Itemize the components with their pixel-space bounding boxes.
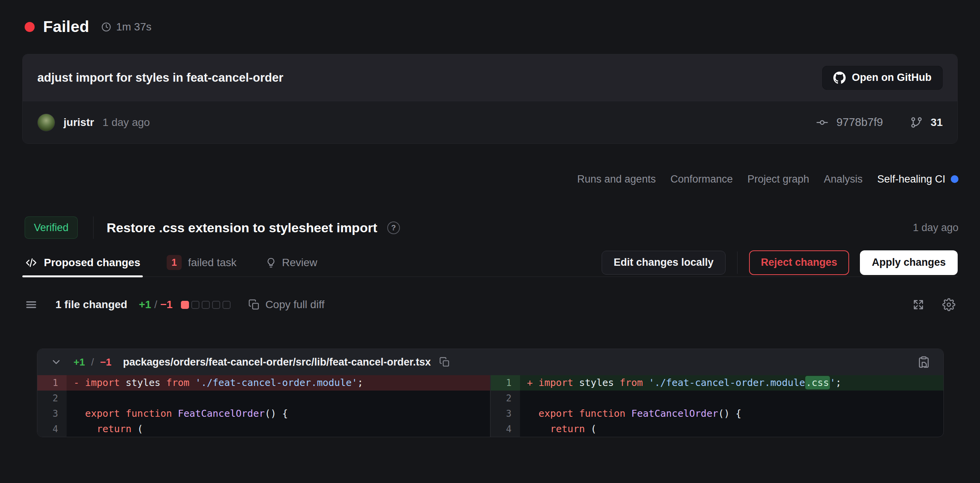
line-number: 4: [491, 421, 520, 437]
code-line: [520, 391, 943, 406]
github-button-label: Open on GitHub: [852, 72, 932, 84]
code-line: return (: [67, 421, 490, 437]
copy-full-diff-label: Copy full diff: [265, 299, 324, 311]
reject-changes-button[interactable]: Reject changes: [749, 250, 849, 275]
diff-stat-square: [222, 301, 231, 309]
failed-status-icon: [25, 22, 35, 32]
branch-count[interactable]: 31: [931, 116, 943, 129]
diff-file-header: +1 / −1 packages/orders/feat-cancel-orde…: [37, 349, 943, 375]
status-label: Failed: [43, 18, 89, 36]
diff-toolbar-right: [912, 298, 955, 311]
tab-review[interactable]: Review: [265, 248, 318, 277]
diff-stat-square: [191, 301, 199, 309]
diff-line: 2: [37, 391, 490, 406]
avatar[interactable]: [37, 114, 55, 131]
author-name[interactable]: juristr: [64, 116, 94, 129]
commit-card-header: adjust import for styles in feat-cancel-…: [23, 54, 957, 101]
line-number: 4: [37, 421, 67, 437]
file-list-menu-icon[interactable]: [25, 298, 38, 311]
duration-text: 1m 37s: [116, 21, 152, 33]
diff-toolbar: 1 file changed +1 / −1 Copy full diff: [25, 293, 955, 316]
tab-label: Review: [282, 257, 318, 269]
gear-icon[interactable]: [942, 298, 955, 311]
tab-proposed-changes[interactable]: Proposed changes: [22, 248, 143, 277]
action-buttons: Edit changes locally Reject changes Appl…: [602, 250, 958, 275]
copy-full-diff-button[interactable]: Copy full diff: [248, 299, 324, 311]
divider: [737, 252, 738, 274]
diff-panel: +1 / −1 packages/orders/feat-cancel-orde…: [37, 349, 944, 437]
divider: [93, 216, 94, 239]
tab-failed-task[interactable]: 1 failed task: [167, 248, 237, 277]
nav-item-project-graph[interactable]: Project graph: [748, 173, 809, 185]
status-header: Failed 1m 37s: [25, 18, 152, 36]
nav-item-analysis[interactable]: Analysis: [824, 173, 863, 185]
diff-line: 4 return (: [491, 421, 943, 437]
line-number: 1: [37, 375, 67, 391]
fix-time: 1 day ago: [913, 222, 958, 234]
fix-title: Restore .css extension to stylesheet imp…: [107, 220, 377, 235]
diff-body: 1- import styles from './feat-cancel-ord…: [37, 375, 943, 437]
clipboard-icon[interactable]: [917, 356, 930, 369]
line-number: 1: [491, 375, 520, 391]
edit-changes-locally-button[interactable]: Edit changes locally: [602, 251, 726, 275]
failed-count-badge: 1: [167, 255, 182, 270]
diff-line: 2: [491, 391, 943, 406]
additions-count: +1: [139, 299, 151, 311]
code-line: export function FeatCancelOrder() {: [67, 406, 490, 421]
line-number: 3: [491, 406, 520, 421]
commit-icon: [816, 116, 829, 129]
line-number: 2: [37, 391, 67, 406]
nav-item-runs-and-agents[interactable]: Runs and agents: [577, 173, 656, 185]
diff-pane-after[interactable]: 1+ import styles from './feat-cancel-ord…: [491, 375, 943, 437]
file-additions: +1: [74, 356, 85, 368]
diff-stat-square: [181, 301, 189, 309]
code-line: [67, 391, 490, 406]
fix-section-heading: Verified Restore .css extension to style…: [25, 216, 958, 240]
author-group: juristr 1 day ago: [37, 114, 150, 131]
code-icon: [25, 256, 38, 269]
diff-line: 3 export function FeatCancelOrder() {: [37, 406, 490, 421]
apply-changes-button[interactable]: Apply changes: [860, 250, 958, 275]
diff-stat-square: [202, 301, 210, 309]
page: Failed 1m 37s adjust import for styles i…: [0, 0, 980, 483]
commit-sha[interactable]: 9778b7f9: [836, 116, 883, 129]
nav-item-self-healing-ci[interactable]: Self-healing CI: [877, 173, 958, 185]
commit-time: 1 day ago: [102, 116, 150, 129]
tab-label: Proposed changes: [44, 257, 140, 269]
top-nav: Runs and agents Conformance Project grap…: [577, 171, 959, 188]
stat-separator: /: [154, 299, 157, 311]
code-line: return (: [520, 421, 943, 437]
diff-pane-before[interactable]: 1- import styles from './feat-cancel-ord…: [37, 375, 491, 437]
diff-stat-square: [212, 301, 220, 309]
line-number: 2: [491, 391, 520, 406]
commit-card: adjust import for styles in feat-cancel-…: [22, 54, 958, 144]
file-path: packages/orders/feat-cancel-order/src/li…: [123, 356, 431, 368]
commit-title: adjust import for styles in feat-cancel-…: [37, 71, 283, 85]
code-line: + import styles from './feat-cancel-orde…: [520, 375, 943, 391]
verified-badge: Verified: [25, 216, 78, 239]
diff-line: 1+ import styles from './feat-cancel-ord…: [491, 375, 943, 391]
chevron-down-icon[interactable]: [50, 356, 62, 368]
diff-stat-squares: [181, 301, 231, 309]
nav-item-label: Self-healing CI: [877, 173, 945, 185]
open-on-github-button[interactable]: Open on GitHub: [822, 66, 943, 90]
github-icon: [833, 72, 846, 84]
commit-card-meta: juristr 1 day ago 9778b7f9 31: [23, 101, 957, 143]
diff-line: 1- import styles from './feat-cancel-ord…: [37, 375, 490, 391]
duration: 1m 37s: [101, 21, 152, 33]
clock-icon: [101, 22, 112, 32]
diff-line: 3 export function FeatCancelOrder() {: [491, 406, 943, 421]
nav-item-conformance[interactable]: Conformance: [671, 173, 733, 185]
diff-line: 4 return (: [37, 421, 490, 437]
commit-meta: 9778b7f9 31: [816, 116, 943, 129]
copy-icon: [248, 299, 260, 310]
help-icon[interactable]: ?: [387, 221, 400, 234]
lightbulb-icon: [265, 257, 277, 268]
deletions-count: −1: [160, 299, 172, 311]
line-number: 3: [37, 406, 67, 421]
tabs-row: Proposed changes 1 failed task Review Ed…: [22, 248, 958, 277]
tab-label: failed task: [188, 257, 236, 269]
expand-icon[interactable]: [912, 299, 925, 311]
files-changed-label: 1 file changed: [55, 299, 127, 311]
copy-path-icon[interactable]: [439, 357, 450, 367]
